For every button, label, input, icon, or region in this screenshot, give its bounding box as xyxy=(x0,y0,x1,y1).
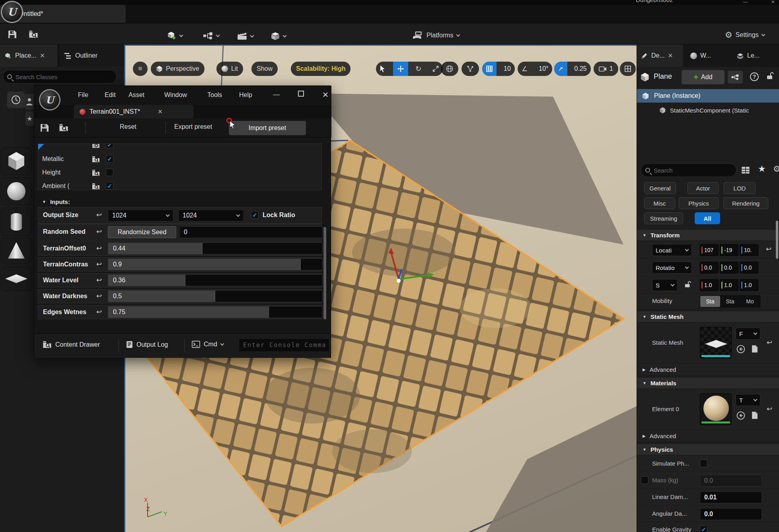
menu-file[interactable]: File xyxy=(78,91,88,99)
visual-effects-category-button[interactable]: ★ xyxy=(25,111,34,126)
display-grid-icon[interactable] xyxy=(741,166,750,174)
add-actor-button[interactable] xyxy=(167,31,183,41)
favorites-star-icon[interactable]: ★ xyxy=(758,164,766,174)
window-titlebar[interactable]: File Edit Asset Window Tools Help — ✕ xyxy=(34,86,331,105)
static-mesh-thumbnail[interactable] xyxy=(700,327,732,359)
add-component-button[interactable]: + Add xyxy=(682,70,724,84)
filter-all[interactable]: All xyxy=(695,212,720,224)
import-preset-button[interactable]: Import preset xyxy=(229,121,306,135)
reset-icon[interactable]: ↩ xyxy=(96,227,102,236)
mobility-stationary[interactable]: Sta xyxy=(720,296,740,307)
cmd-dropdown[interactable]: Cmd xyxy=(192,341,224,348)
physics-section-header[interactable]: ▼Physics xyxy=(637,444,779,455)
inputs-section-header[interactable]: ▼ Inputs: xyxy=(42,198,70,205)
material-asset-dropdown[interactable]: T xyxy=(736,394,760,406)
scale-snap-control[interactable]: ↗ 0.25 xyxy=(554,62,591,76)
lock-ratio-checkbox[interactable] xyxy=(251,211,259,219)
filter-general[interactable]: General xyxy=(644,182,676,194)
location-x-field[interactable]: 107 xyxy=(700,244,719,256)
rotation-x-field[interactable]: 0.0 xyxy=(700,262,719,274)
tab-details[interactable]: De... ✕ xyxy=(637,45,683,67)
menu-window[interactable]: Window xyxy=(164,91,187,99)
mobility-static[interactable]: Sta xyxy=(700,296,720,307)
save-button[interactable] xyxy=(8,30,16,39)
linear-damping-field[interactable]: 0.01 xyxy=(700,491,762,503)
use-selected-asset-icon[interactable] xyxy=(736,411,745,420)
window-scrollbar[interactable] xyxy=(323,227,326,319)
viewport-options-menu[interactable]: ≡ xyxy=(133,62,148,76)
static-mesh-section-header[interactable]: ▼Static Mesh xyxy=(637,311,779,322)
scale-dropdown[interactable]: S xyxy=(652,279,678,291)
rotation-dropdown[interactable]: Rotatio xyxy=(652,262,692,274)
blueprints-button[interactable] xyxy=(203,32,219,40)
perspective-dropdown[interactable]: Perspective xyxy=(151,62,204,76)
reset-icon[interactable]: ↩ xyxy=(96,260,102,268)
rotation-z-field[interactable]: 0.0 xyxy=(740,262,758,274)
scale-snap-value[interactable]: 0.25 xyxy=(571,62,591,76)
scale-z-field[interactable]: 1.0 xyxy=(740,279,758,291)
simulate-physics-checkbox[interactable] xyxy=(700,460,707,467)
move-tool[interactable] xyxy=(393,62,408,76)
angle-snap-value[interactable]: 10° xyxy=(535,62,552,76)
rotate-tool[interactable]: ↻ xyxy=(411,62,425,76)
folder-search-icon[interactable] xyxy=(59,124,68,132)
details-search-input[interactable] xyxy=(654,167,732,174)
world-local-toggle[interactable] xyxy=(441,62,458,76)
mobility-movable[interactable]: Mo xyxy=(740,296,760,307)
filter-streaming[interactable]: Streaming xyxy=(644,212,683,224)
scale-x-field[interactable]: 1.0 xyxy=(700,279,719,291)
param-checkbox[interactable] xyxy=(106,155,113,163)
mass-override-checkbox[interactable] xyxy=(641,476,649,484)
reset-icon[interactable]: ↩ xyxy=(96,308,102,316)
os-minimize-icon[interactable]: — xyxy=(743,0,748,5)
menu-asset[interactable]: Asset xyxy=(129,91,144,99)
filter-actor[interactable]: Actor xyxy=(687,182,719,194)
settings-dropdown[interactable]: ⚙ Settings xyxy=(725,30,765,40)
edgeswetness-slider[interactable]: 0.75 xyxy=(108,306,323,318)
platforms-dropdown[interactable]: Platforms xyxy=(412,31,460,40)
static-mesh-asset-dropdown[interactable]: F xyxy=(736,328,760,340)
scalability-button[interactable]: Scalability: High xyxy=(291,62,351,76)
window-close-icon[interactable]: ✕ xyxy=(322,90,329,99)
angular-damping-field[interactable]: 0.0 xyxy=(700,508,762,520)
source-control-button[interactable] xyxy=(29,30,38,38)
output-log-button[interactable]: Output Log xyxy=(126,341,168,348)
console-command-input[interactable] xyxy=(239,338,329,352)
param-checkbox[interactable] xyxy=(106,169,113,176)
details-gear-icon[interactable]: ⚙ xyxy=(773,164,779,174)
reset-icon[interactable]: ↩ xyxy=(96,292,102,300)
output-height-dropdown[interactable]: 1024 xyxy=(178,210,244,221)
export-preset-button[interactable]: Export preset xyxy=(174,123,212,130)
enable-gravity-checkbox[interactable] xyxy=(700,526,707,532)
reset-material-icon[interactable]: ↩ xyxy=(767,405,772,413)
folder-search-icon[interactable] xyxy=(92,183,100,190)
filter-lod[interactable]: LOD xyxy=(724,182,756,194)
content-drawer-button[interactable]: Content Drawer xyxy=(43,341,100,348)
tab-outliner[interactable]: Outliner xyxy=(60,45,124,67)
tab-world-settings[interactable]: W... xyxy=(686,45,719,67)
shape-item-sphere[interactable] xyxy=(1,177,32,205)
tree-row-plane-instance[interactable]: Plane (Instance) xyxy=(637,89,779,103)
grid-snap-control[interactable]: 10 xyxy=(482,62,515,76)
waterlevel-slider[interactable]: 0.36 xyxy=(108,274,323,286)
terrainoffset-slider[interactable]: 0.44 xyxy=(108,243,323,254)
folder-search-icon[interactable] xyxy=(92,169,100,176)
location-z-field[interactable]: 10. xyxy=(740,244,758,256)
reset-icon[interactable]: ↩ xyxy=(96,211,102,219)
details-search-field[interactable] xyxy=(641,163,736,177)
waterdarkness-slider[interactable]: 0.5 xyxy=(108,290,323,302)
browse-to-asset-icon[interactable] xyxy=(752,345,758,353)
close-icon[interactable]: ✕ xyxy=(668,52,673,59)
reset-button[interactable]: Reset xyxy=(120,123,136,130)
camera-speed-control[interactable]: 1 xyxy=(594,62,618,76)
filter-misc[interactable]: Misc xyxy=(644,197,675,209)
location-y-field[interactable]: -19 xyxy=(720,244,738,256)
maximize-viewport-button[interactable] xyxy=(620,62,636,76)
close-icon[interactable]: ✕ xyxy=(40,52,45,59)
rotation-y-field[interactable]: 0.0 xyxy=(720,262,738,274)
lit-mode-dropdown[interactable]: Lit xyxy=(216,62,243,76)
scale-y-field[interactable]: 1.0 xyxy=(720,279,738,291)
select-tool[interactable] xyxy=(376,62,390,76)
terraincontrast-slider[interactable]: 0.9 xyxy=(108,258,323,270)
surface-snapping-button[interactable] xyxy=(462,62,479,76)
